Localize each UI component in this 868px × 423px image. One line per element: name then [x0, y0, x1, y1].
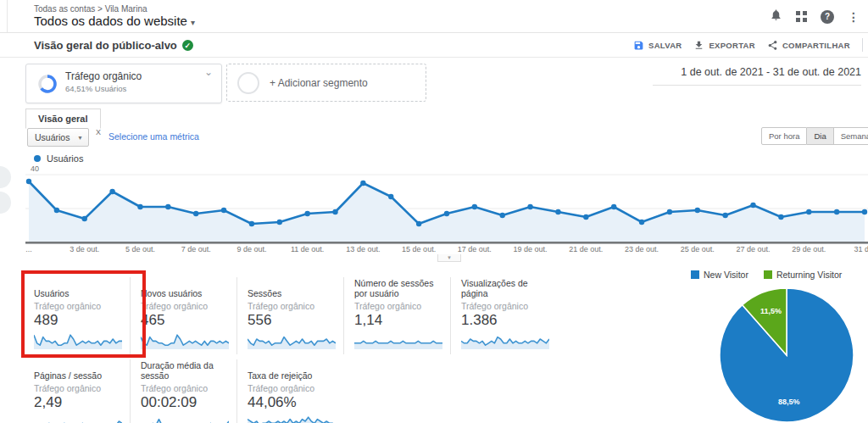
metric-value: 465: [141, 312, 229, 329]
metric-card[interactable]: Novos usuáriosTráfego orgânico465: [141, 277, 237, 354]
export-button[interactable]: EXPORTAR: [693, 40, 754, 51]
divider: [0, 32, 868, 33]
metric-value: 00:02:09: [141, 394, 229, 411]
x-tick-label: 17 de out.: [458, 245, 492, 253]
metric-card[interactable]: Visualizações de páginaTráfego orgânico1…: [461, 277, 557, 354]
metric-card[interactable]: Duração média da sessãoTráfego orgânico0…: [141, 359, 237, 423]
divider: [862, 38, 863, 52]
pie-slice-label: 11,5%: [760, 307, 782, 315]
topbar-icons: ? ⋮: [770, 8, 868, 25]
metric-sparkline: [34, 329, 122, 351]
bell-icon[interactable]: [770, 8, 782, 25]
x-tick-label: 7 de out.: [181, 245, 211, 253]
active-segment-card[interactable]: Tráfego orgânico 64,51% Usuários ⌄: [25, 64, 222, 103]
page-title: Visão geral do público-alvo ✓: [34, 39, 193, 52]
metric-title[interactable]: Número de sessões por usuário: [354, 277, 442, 299]
metric-selector[interactable]: Usuários ▾: [27, 128, 89, 147]
metric-value: 556: [248, 312, 336, 329]
verified-check-icon: ✓: [182, 40, 193, 51]
add-segment-button[interactable]: + Adicionar segmento: [226, 64, 426, 102]
select-metric-link[interactable]: Selecione uma métrica: [108, 131, 199, 142]
metric-sparkline: [461, 329, 549, 351]
breadcrumb[interactable]: Todas as contas > Vila Marina: [34, 4, 147, 14]
metric-sparkline: [141, 411, 229, 423]
metric-segment: Tráfego orgânico: [354, 301, 442, 311]
x-tick-label: 19 de out.: [514, 245, 548, 253]
metric-value: 489: [34, 312, 122, 329]
metric-segment: Tráfego orgânico: [461, 301, 549, 311]
share-button[interactable]: COMPARTILHAR: [767, 40, 850, 51]
metric-title[interactable]: Visualizações de página: [461, 277, 549, 299]
metric-card[interactable]: Taxa de rejeiçãoTráfego orgânico44,06%: [248, 359, 343, 423]
x-tick-label: 27 de out.: [737, 245, 771, 253]
metric-value: 1.386: [461, 312, 549, 329]
metric-title[interactable]: Páginas / sessão: [34, 359, 122, 381]
users-line-chart[interactable]: 2040: [25, 164, 868, 249]
chevron-down-icon[interactable]: ⌄: [204, 66, 213, 78]
date-range-selector[interactable]: 1 de out. de 2021 - 31 de out. de 2021: [653, 63, 861, 86]
visitor-pie-chart[interactable]: 88,5%11,5%: [714, 285, 860, 423]
metric-title[interactable]: Duração média da sessão: [141, 359, 229, 381]
feedback-bubble[interactable]: [0, 166, 11, 188]
divider: [0, 57, 868, 58]
save-icon: [633, 40, 644, 51]
metric-card[interactable]: Número de sessões por usuárioTráfego org…: [354, 277, 451, 354]
x-tick-label: 21 de out.: [569, 245, 603, 253]
granularity-button[interactable]: Dia: [807, 127, 833, 145]
download-icon: [693, 40, 704, 51]
metric-title[interactable]: Usuários: [34, 277, 122, 299]
help-icon[interactable]: ?: [821, 10, 834, 24]
apps-grid-icon[interactable]: [796, 11, 807, 22]
metric-title[interactable]: Sessões: [248, 277, 336, 299]
segment-detail: 64,51% Usuários: [65, 84, 126, 93]
x-tick-label: 5 de out.: [125, 245, 155, 253]
legend-returning-visitor: Returning Visitor: [764, 270, 842, 280]
kebab-menu-icon[interactable]: ⋮: [848, 10, 860, 24]
segment-donut-icon: [36, 73, 58, 95]
nav-edge-rule: [7, 0, 8, 32]
metric-segment: Tráfego orgânico: [34, 383, 122, 393]
granularity-button[interactable]: Por hora: [761, 127, 807, 145]
metric-segment: Tráfego orgânico: [141, 383, 229, 393]
metric-cards-row-1: UsuáriosTráfego orgânico489Novos usuário…: [34, 277, 567, 354]
metric-title[interactable]: Novos usuários: [141, 277, 229, 299]
feedback-bubble[interactable]: [0, 192, 11, 214]
tab-visao-geral[interactable]: Visão geral: [25, 109, 101, 129]
metric-sparkline: [248, 411, 336, 423]
x-tick-label: 11 de out.: [291, 245, 324, 253]
svg-text:40: 40: [31, 164, 39, 173]
metric-sparkline: [354, 329, 442, 351]
ghost-circle-icon: [237, 72, 259, 94]
caret-down-icon: ▾: [191, 18, 195, 27]
legend-new-visitor: New Visitor: [691, 270, 748, 280]
x-tick-label: 9 de out.: [236, 245, 266, 253]
returning-visitor-swatch: [764, 270, 772, 279]
metric-value: 1,14: [354, 312, 442, 329]
metric-value: 44,06%: [248, 394, 336, 411]
metric-card[interactable]: Páginas / sessãoTráfego orgânico2,49: [34, 359, 131, 423]
pie-legend: New Visitor Returning Visitor: [691, 270, 842, 280]
metric-sparkline: [34, 411, 122, 423]
metric-segment: Tráfego orgânico: [248, 383, 336, 393]
x-tick-label: 13 de out.: [346, 245, 380, 253]
annotations-toggle[interactable]: ▾: [437, 254, 461, 262]
metric-card[interactable]: UsuáriosTráfego orgânico489: [34, 277, 131, 354]
metric-sparkline: [248, 329, 336, 351]
x-tick-label: 3 de out.: [70, 245, 99, 253]
metric-sparkline: [141, 329, 229, 351]
series-dot-icon: [34, 155, 41, 162]
remove-metric-button[interactable]: X: [96, 128, 101, 136]
segment-name: Tráfego orgânico: [65, 70, 142, 82]
x-tick-label: 15 de out.: [402, 245, 436, 253]
metric-segment: Tráfego orgânico: [248, 301, 336, 311]
metric-title[interactable]: Taxa de rejeição: [248, 359, 336, 381]
granularity-button[interactable]: Semana: [834, 127, 868, 145]
caret-down-icon: ▾: [78, 134, 81, 142]
granularity-group: Por horaDiaSemanaMês: [761, 127, 868, 145]
account-title[interactable]: Todos os dados do website▾: [34, 14, 195, 28]
metric-segment: Tráfego orgânico: [141, 301, 229, 311]
metric-card[interactable]: SessõesTráfego orgânico556: [248, 277, 344, 354]
save-button[interactable]: SALVAR: [633, 40, 682, 51]
chart-legend: Usuários: [34, 153, 83, 164]
metric-segment: Tráfego orgânico: [34, 301, 122, 311]
